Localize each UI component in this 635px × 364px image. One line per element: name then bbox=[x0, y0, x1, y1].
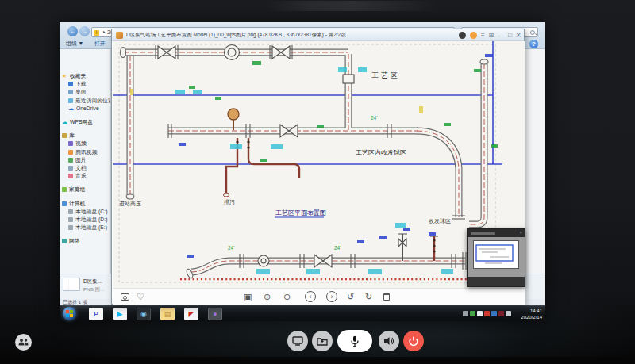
clock-date: 2020/2/14 bbox=[521, 314, 542, 320]
speaker-button[interactable] bbox=[379, 331, 399, 351]
zoom-out-icon[interactable]: ⊖ bbox=[283, 291, 291, 303]
app-badge-icon[interactable] bbox=[459, 32, 466, 39]
copy-image-icon[interactable] bbox=[121, 293, 129, 301]
image-file-icon bbox=[116, 32, 123, 39]
monitor-icon bbox=[292, 336, 303, 346]
tray-icon[interactable] bbox=[498, 311, 504, 316]
sidebar-item[interactable]: 文档 bbox=[60, 164, 110, 172]
taskbar-app-player-red[interactable]: ◤ bbox=[184, 308, 198, 320]
speaker-icon bbox=[383, 336, 394, 346]
maximize-button[interactable]: □ bbox=[508, 32, 512, 39]
back-icon[interactable]: ← bbox=[67, 26, 78, 36]
organize-button[interactable]: 组织 ▼ bbox=[66, 38, 83, 49]
sidebar-item-icon bbox=[68, 98, 73, 103]
sidebar-item[interactable]: 图片 bbox=[60, 156, 110, 164]
sidebar-item[interactable]: 视频 bbox=[60, 140, 110, 148]
sidebar-item[interactable]: ★收藏夹 bbox=[60, 72, 110, 80]
sidebar-item[interactable]: 网络 bbox=[60, 237, 110, 245]
taskbar-app-qq-browser[interactable]: ◉ bbox=[137, 308, 151, 320]
close-button[interactable]: × bbox=[516, 31, 521, 40]
sidebar-item-label: 桌面 bbox=[75, 88, 87, 96]
elbow-fitting bbox=[228, 109, 239, 120]
next-image-button[interactable]: › bbox=[326, 291, 337, 302]
rotate-right-icon[interactable]: ↻ bbox=[365, 291, 372, 303]
drain-cap bbox=[224, 193, 229, 197]
sidebar-item[interactable]: 最近访问的位置 bbox=[60, 97, 110, 105]
taskbar-app-wps[interactable]: P bbox=[89, 308, 103, 320]
taskbar-app-app-purple[interactable]: ● bbox=[208, 308, 222, 320]
zoom-in-icon[interactable]: ⊕ bbox=[264, 291, 271, 303]
magnifier-panel[interactable]: × bbox=[467, 228, 525, 287]
open-button[interactable]: 打开 bbox=[94, 38, 106, 49]
tray-icon[interactable] bbox=[463, 311, 468, 316]
sidebar-item-icon bbox=[68, 141, 73, 146]
share-screen-button[interactable] bbox=[312, 331, 333, 351]
viewer-titlebar[interactable]: D区集气站场工艺平面布置图 Model (1)_00_wps图片.png (47… bbox=[112, 29, 524, 41]
tray-icon[interactable] bbox=[484, 311, 490, 316]
power-icon bbox=[409, 336, 418, 347]
sidebar-item-label: OneDrive bbox=[76, 105, 99, 111]
sidebar-item[interactable]: ☁WPS网盘 bbox=[60, 118, 110, 126]
sidebar-item[interactable]: 腾讯视频 bbox=[60, 148, 110, 156]
sidebar-item[interactable]: 家庭组 bbox=[60, 186, 110, 193]
favorite-heart-icon[interactable]: ♡ bbox=[137, 291, 144, 303]
sidebar-item-icon bbox=[68, 209, 73, 214]
magnifier-close-icon[interactable]: × bbox=[519, 230, 522, 235]
svg-text:24': 24' bbox=[228, 245, 234, 251]
sidebar-item-icon bbox=[62, 187, 67, 192]
file-type: PNG 图… bbox=[83, 286, 105, 293]
sidebar-item[interactable]: 本地磁盘 (C:) bbox=[60, 208, 110, 216]
clock-time: 14:41 bbox=[521, 308, 542, 314]
forward-icon[interactable]: → bbox=[79, 26, 90, 36]
delete-icon[interactable] bbox=[383, 293, 390, 301]
tray-icon[interactable] bbox=[477, 311, 483, 316]
sidebar-item-icon bbox=[68, 150, 73, 155]
start-button[interactable] bbox=[63, 307, 76, 320]
fit-view-icon[interactable]: ▣ bbox=[244, 291, 252, 303]
label-drain: 排污 bbox=[224, 199, 235, 205]
sidebar-item[interactable]: ☁OneDrive bbox=[60, 105, 110, 113]
end-call-button[interactable] bbox=[403, 331, 424, 351]
sidebar-item[interactable]: 音乐 bbox=[60, 172, 110, 180]
drawing-canvas[interactable]: 24'24'24' 工艺区 工艺区内收发球区 进站高压 排污 收发球区 工艺区平… bbox=[113, 41, 525, 288]
sidebar-item-label: WPS网盘 bbox=[70, 118, 93, 126]
sidebar-item-icon: ★ bbox=[62, 74, 67, 79]
search-icon bbox=[530, 30, 535, 35]
sidebar-item[interactable]: 计算机 bbox=[60, 199, 110, 207]
magnifier-titlebar[interactable]: × bbox=[468, 229, 525, 237]
sidebar-item-label: 本地磁盘 (E:) bbox=[75, 224, 107, 232]
previous-image-button[interactable]: ‹ bbox=[305, 291, 316, 302]
sidebar-item-label: 下载 bbox=[75, 80, 87, 88]
minimize-button[interactable]: — bbox=[498, 32, 504, 39]
warning-icon: ! bbox=[94, 30, 99, 36]
menu-icon[interactable]: ≡ bbox=[481, 32, 485, 39]
help-icon[interactable]: ? bbox=[529, 40, 538, 48]
pipe-caps bbox=[121, 48, 489, 279]
sidebar-item-label: 本地磁盘 (C:) bbox=[75, 208, 107, 216]
sidebar-item[interactable]: 下载 bbox=[60, 80, 110, 88]
notice-badge-icon[interactable] bbox=[470, 32, 477, 39]
tray-icon[interactable] bbox=[470, 311, 475, 316]
taskbar-clock[interactable]: 14:41 2020/2/14 bbox=[521, 308, 542, 320]
camera-button[interactable] bbox=[287, 331, 308, 351]
label-process-area: 工艺区 bbox=[371, 71, 400, 79]
sidebar-item[interactable]: 本地磁盘 (D:) bbox=[60, 216, 110, 224]
participants-icon bbox=[18, 338, 29, 347]
taskbar-app-tencent-video[interactable]: ▶ bbox=[113, 308, 127, 320]
rotate-left-icon[interactable]: ↺ bbox=[347, 291, 354, 303]
sidebar-item-label: 视频 bbox=[75, 140, 87, 148]
taskbar-app-file-explorer[interactable]: ▤ bbox=[160, 308, 175, 320]
magnifier-preview bbox=[473, 240, 519, 269]
tray-icon[interactable] bbox=[506, 311, 511, 316]
sidebar-item[interactable]: 库 bbox=[60, 132, 110, 140]
participants-button[interactable] bbox=[15, 334, 32, 351]
sidebar-item[interactable]: 本地磁盘 (E:) bbox=[60, 224, 110, 232]
sidebar-item[interactable]: 桌面 bbox=[60, 88, 110, 96]
sidebar-item-label: 库 bbox=[69, 132, 75, 140]
fullscreen-icon[interactable]: ⊞ bbox=[489, 32, 495, 39]
sidebar-item-icon bbox=[68, 90, 73, 94]
microphone-button[interactable] bbox=[337, 330, 372, 352]
tray-icon[interactable] bbox=[491, 311, 497, 316]
sidebar-item-icon bbox=[68, 174, 73, 178]
label-launcher: 收发球区 bbox=[429, 218, 451, 224]
